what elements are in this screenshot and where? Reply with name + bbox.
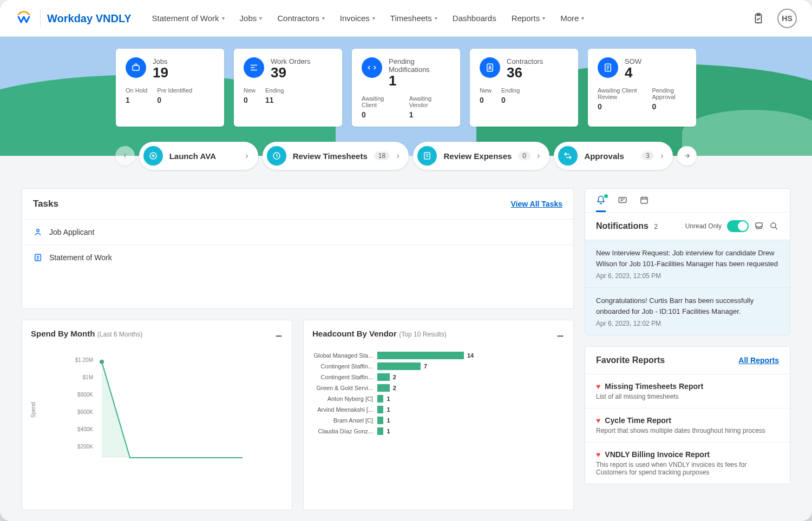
svg-text:$1M: $1M [83, 374, 93, 380]
notification-item[interactable]: Congratulations! Curtis Barr has been su… [585, 287, 790, 335]
unread-only-label: Unread Only [685, 222, 722, 230]
svg-point-20 [100, 359, 104, 364]
clipboard-icon[interactable] [752, 12, 764, 24]
chevron-down-icon: ▾ [372, 15, 375, 21]
chevron-right-icon: › [537, 151, 540, 161]
stat-icon [126, 57, 146, 78]
action-pills-row: Launch AVA › Review Timesheets 18 › Revi… [0, 142, 812, 170]
pill-icon [143, 146, 163, 166]
nav-invoices[interactable]: Invoices▾ [333, 9, 382, 27]
stat-card-work-orders[interactable]: Work Orders39 New0Ending11 [234, 49, 342, 127]
pill-launch-ava[interactable]: Launch AVA › [139, 142, 258, 170]
favorites-heading: Favorite Reports [596, 355, 665, 365]
vendor-subtitle: (Top 10 Results) [399, 331, 446, 338]
nav-statement-of-work[interactable]: Statement of Work▾ [146, 9, 231, 27]
notification-item[interactable]: New Interview Request: Job interview for… [585, 240, 790, 287]
svg-text:$600K: $600K [77, 409, 93, 415]
pill-icon [267, 146, 286, 166]
task-job-applicant[interactable]: Job Applicant [22, 219, 573, 245]
stat-card-jobs[interactable]: Jobs19 On Hold1Pre Identified0 [116, 49, 224, 127]
unread-only-toggle[interactable] [727, 220, 749, 232]
spend-y-axis-label: Spend [30, 402, 36, 418]
messages-tab[interactable] [618, 195, 627, 212]
spend-line-chart: $1.20M$1M$800K$600K$400K$200K [61, 355, 283, 463]
favorite-report-item[interactable]: ♥Missing Timesheets ReportList of all mi… [585, 374, 790, 408]
calendar-tab[interactable] [639, 195, 649, 212]
favorite-report-item[interactable]: ♥VNDLY Billing Invoice ReportThis report… [585, 442, 790, 484]
tasks-heading: Tasks [33, 199, 58, 209]
pill-icon [558, 146, 578, 166]
heart-icon: ♥ [596, 416, 600, 425]
svg-point-4 [489, 66, 491, 68]
chevron-down-icon: ▾ [259, 15, 262, 21]
stat-card-sow[interactable]: SOW4 Awaiting Client Review0Pending Appr… [588, 49, 696, 127]
workday-logo-icon [15, 10, 32, 27]
notifications-tab[interactable] [596, 195, 606, 212]
nav-jobs[interactable]: Jobs▾ [233, 9, 269, 27]
stat-icon [362, 57, 382, 78]
nav-dashboards[interactable]: Dashboards [446, 9, 503, 27]
chevron-down-icon: ▾ [581, 15, 584, 21]
vendor-bar-row: Contingent Staffin... 7 [312, 362, 565, 370]
chevron-down-icon: ▾ [542, 15, 545, 21]
all-reports-link[interactable]: All Reports [738, 356, 779, 365]
user-avatar[interactable]: HS [777, 9, 797, 28]
svg-text:$400K: $400K [77, 426, 93, 432]
svg-text:$200K: $200K [77, 444, 93, 450]
svg-rect-12 [641, 197, 647, 203]
tasks-panel: Tasks View All Tasks Job ApplicantStatem… [22, 188, 574, 309]
nav-more[interactable]: More▾ [554, 9, 591, 27]
spend-subtitle: (Last 6 Months) [97, 331, 142, 338]
inbox-icon[interactable] [754, 221, 764, 231]
favorite-report-item[interactable]: ♥Cycle Time ReportReport that shows mult… [585, 408, 790, 442]
vendor-bar-row: Claudia Díaz Gonz... 1 [312, 427, 565, 435]
notifications-panel: Notifications 2 Unread Only New Intervie… [585, 188, 790, 335]
svg-text:$800K: $800K [77, 392, 93, 398]
svg-rect-11 [619, 197, 626, 203]
nav-reports[interactable]: Reports▾ [505, 9, 552, 27]
heart-icon: ♥ [596, 450, 600, 459]
chevron-down-icon: ▾ [435, 15, 437, 21]
chevron-down-icon: ▾ [222, 15, 225, 21]
task-statement-of-work[interactable]: Statement of Work [22, 245, 573, 270]
notifications-count: 2 [654, 222, 658, 230]
dashboard-banner: Jobs19 On Hold1Pre Identified0 Work Orde… [0, 37, 812, 156]
nav-timesheets[interactable]: Timesheets▾ [384, 9, 444, 27]
vendor-title: Headcount By Vendor [312, 329, 397, 338]
vendor-bar-row: Anton Nyberg [C] 1 [312, 395, 565, 403]
chevron-down-icon: ▾ [322, 15, 325, 21]
stat-icon [598, 57, 618, 78]
stat-icon [244, 57, 264, 78]
chevron-right-icon: › [396, 151, 399, 161]
download-icon[interactable] [274, 329, 283, 338]
svg-text:$1.20M: $1.20M [75, 357, 93, 363]
spend-by-month-panel: Spend By Month (Last 6 Months) Spend $1.… [22, 320, 292, 511]
top-nav: Workday VNDLY Statement of Work▾Jobs▾Con… [0, 0, 812, 37]
pill-approvals[interactable]: Approvals 3 › [554, 142, 673, 170]
stat-card-contractors[interactable]: Contractors36 New0Ending0 [470, 49, 578, 127]
search-icon[interactable] [769, 221, 779, 231]
stat-card-pending-modifications[interactable]: Pending Modifications1 Awaiting Client0A… [352, 49, 460, 127]
pills-next-button[interactable] [677, 146, 697, 166]
download-icon[interactable] [556, 329, 565, 338]
task-icon [33, 227, 43, 237]
svg-rect-2 [133, 65, 139, 70]
vendor-bar-row: Contingent Staffin... 2 [312, 373, 565, 381]
nav-contractors[interactable]: Contractors▾ [271, 9, 331, 27]
vendor-bar-row: Global Managed Sta... 14 [312, 352, 565, 359]
notifications-heading: Notifications [596, 221, 649, 231]
svg-point-13 [771, 223, 776, 228]
chevron-right-icon: › [660, 151, 663, 161]
spend-title: Spend By Month [31, 329, 95, 338]
view-all-tasks-link[interactable]: View All Tasks [511, 200, 562, 208]
vendor-bar-row: Arvind Meenakshi [... 1 [312, 406, 565, 413]
vendor-bar-row: Green & Gold Servi... 2 [312, 384, 565, 392]
chevron-right-icon: › [245, 151, 248, 161]
pill-review-expenses[interactable]: Review Expenses 0 › [413, 142, 549, 170]
pill-icon [417, 146, 437, 166]
task-icon [33, 253, 43, 262]
favorite-reports-panel: Favorite Reports All Reports ♥Missing Ti… [585, 346, 790, 484]
stat-icon [480, 57, 500, 78]
pills-prev-button[interactable] [115, 146, 135, 166]
pill-review-timesheets[interactable]: Review Timesheets 18 › [263, 142, 409, 170]
